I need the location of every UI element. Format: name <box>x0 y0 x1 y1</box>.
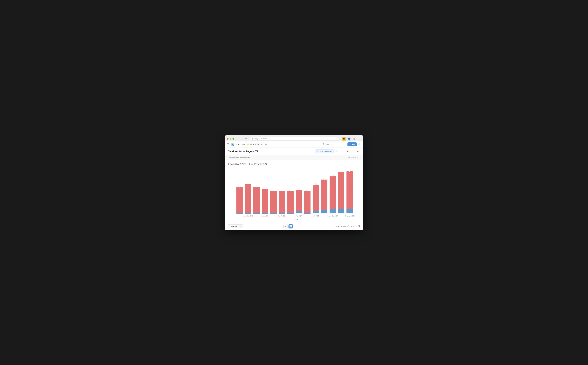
legend-label-hvc: ALL_HVC_AND_T1_T2 <box>251 163 267 165</box>
breadcrumb: 📁 Produto / 📁 Voice of the customer <box>236 143 319 145</box>
bar-regular-10 <box>321 180 327 213</box>
tooltip-dot-11 <box>332 175 333 176</box>
link-icon: 🔗 <box>252 138 254 140</box>
extensions-icon[interactable]: ⊡ <box>352 137 356 141</box>
more-actions-button[interactable]: ⋮ <box>351 149 355 154</box>
tooltip-dot-13 <box>349 170 350 172</box>
bar-hvc-3 <box>262 213 268 214</box>
search-icon: 🔍 <box>323 143 325 145</box>
tooltip-dot-12 <box>340 171 342 173</box>
breadcrumb-voice[interactable]: 📁 Voice of the customer <box>247 143 267 145</box>
legend-label-regular: ALL_REGULAR_T4_T3 <box>230 163 246 165</box>
tooltip-dot-0 <box>239 186 240 187</box>
bar-regular-1 <box>245 184 251 214</box>
bar-hvc-5 <box>279 213 285 214</box>
breadcrumb-voice-label: Voice of the customer <box>249 143 267 145</box>
x-axis-title: MONTH <box>293 219 298 220</box>
sql-notice-text: This question is written in SQL. <box>228 157 251 159</box>
app-logo[interactable] <box>231 143 234 146</box>
page-header: Distribuição >= Regular T2 ✦ Explore res… <box>225 148 363 155</box>
bar-hvc-8 <box>304 213 311 214</box>
hamburger-icon[interactable]: ☰ <box>227 143 229 146</box>
refresh-button[interactable]: ↻ <box>335 149 339 154</box>
x-label-jan24: January 2024 <box>261 215 269 217</box>
settings-icon[interactable]: ⚙ <box>358 142 361 146</box>
bar-regular-0 <box>236 187 243 214</box>
browser-window: ← → ↻ 🔗 analytics.trela.com.br R 👤 ⊡ ⋮ ☰ <box>225 135 363 230</box>
export-button[interactable]: ↑ <box>340 149 344 154</box>
x-label-nov23: November 2023 <box>243 215 253 217</box>
chart-view-button[interactable]: 📊 <box>289 224 293 228</box>
calendar-icon[interactable]: 📅 <box>358 225 360 227</box>
tooltip-dot-6 <box>290 189 291 191</box>
bar-regular-4 <box>270 191 277 214</box>
dots-menu-button[interactable]: ••• <box>356 149 360 154</box>
close-btn[interactable] <box>227 138 228 140</box>
minimize-btn[interactable] <box>230 138 231 140</box>
folder-icon-1: 📁 <box>236 143 238 145</box>
browser-chrome: ← → ↻ 🔗 analytics.trela.com.br R 👤 ⊡ ⋮ <box>225 135 363 141</box>
app-toolbar: ☰ 📁 Produto / 📁 Voice of the customer <box>225 141 363 148</box>
chart-svg: November 2023 January 2024 March 2024 Ma… <box>228 167 360 221</box>
folder-icon-2: 📁 <box>247 143 249 145</box>
sparkle-icon: ✦ <box>317 150 319 153</box>
tooltip-dot-3 <box>264 188 266 189</box>
r-extension-icon[interactable]: R <box>342 137 346 141</box>
visualization-button[interactable]: Visualization ⚙ <box>228 225 243 228</box>
browser-actions: R 👤 ⊡ ⋮ <box>342 137 361 141</box>
page-title: Distribuição >= Regular T2 <box>228 150 315 153</box>
tooltip-dot-4 <box>273 189 274 191</box>
bar-chart: November 2023 January 2024 March 2024 Ma… <box>228 167 360 221</box>
x-label-jul24: July 2024 <box>313 215 319 217</box>
forward-icon[interactable]: → <box>241 137 244 140</box>
back-icon[interactable]: ← <box>237 137 240 140</box>
search-placeholder: Search <box>326 143 332 145</box>
browser-nav: ← → ↻ <box>237 137 248 140</box>
profile-icon[interactable]: 👤 <box>347 137 351 141</box>
bar-hvc-2 <box>253 213 260 214</box>
tooltip-dot-10 <box>323 178 325 180</box>
page-actions: ✦ Explore results ↻ ↑ 🔖 ⋮ ••• <box>315 149 360 154</box>
bar-hvc-12 <box>338 209 344 213</box>
tooltip-dot-2 <box>256 186 257 187</box>
maximize-btn[interactable] <box>233 138 234 140</box>
x-label-may24: May 2024 <box>296 215 302 217</box>
download-icon[interactable]: ⬇ <box>355 225 357 227</box>
view-toggle-group: ⊞ 📊 <box>283 224 293 228</box>
explore-results-button[interactable]: ✦ Explore results <box>315 149 333 154</box>
address-bar[interactable]: 🔗 analytics.trela.com.br <box>250 137 340 140</box>
x-label-nov24: November 2024 <box>345 215 355 217</box>
bar-hvc-7 <box>296 211 302 213</box>
open-editor-button[interactable]: OPEN EDITOR ⤢ <box>347 157 360 159</box>
tooltip-dot-5 <box>281 190 283 191</box>
page-footer: Visualization ⚙ ⊞ 📊 Showing 15 rows 🕐 15… <box>225 223 363 230</box>
open-editor-label: OPEN EDITOR <box>347 157 358 159</box>
bar-regular-9 <box>313 185 319 213</box>
url-text: analytics.trela.com.br <box>254 138 269 140</box>
bar-hvc-1 <box>245 213 251 214</box>
table-view-button[interactable]: ⊞ <box>283 224 288 228</box>
tooltip-dot-9 <box>315 183 317 185</box>
bar-regular-2 <box>253 187 260 214</box>
chart-area: ALL_REGULAR_T4_T3 ALL_HVC_AND_T1_T2 <box>225 160 363 223</box>
bookmark-button[interactable]: 🔖 <box>345 149 350 154</box>
bar-regular-11 <box>330 176 336 213</box>
legend-dot-hvc <box>248 163 250 165</box>
search-box[interactable]: 🔍 Search <box>321 142 346 146</box>
breadcrumb-sep: / <box>246 143 246 145</box>
bar-hvc-6 <box>287 213 294 214</box>
legend-item-hvc: ALL_HVC_AND_T1_T2 <box>248 163 267 165</box>
bar-hvc-11 <box>330 210 336 213</box>
footer-right: Showing 15 rows 🕐 15.5s ⬇ 📅 <box>333 225 360 227</box>
x-label-sep24: September 2024 <box>327 215 338 217</box>
bar-regular-7 <box>296 190 302 213</box>
breadcrumb-produto[interactable]: 📁 Produto <box>236 143 245 145</box>
refresh-icon[interactable]: ↻ <box>245 137 248 140</box>
bar-hvc-4 <box>270 213 277 214</box>
new-button[interactable]: + New <box>347 142 357 146</box>
bar-regular-3 <box>262 189 268 214</box>
more-options-icon[interactable]: ⋮ <box>357 137 361 141</box>
showing-rows-text: Showing 15 rows <box>333 225 346 227</box>
sql-notice: This question is written in SQL. OPEN ED… <box>225 155 363 160</box>
chart-legend: ALL_REGULAR_T4_T3 ALL_HVC_AND_T1_T2 <box>228 163 360 165</box>
